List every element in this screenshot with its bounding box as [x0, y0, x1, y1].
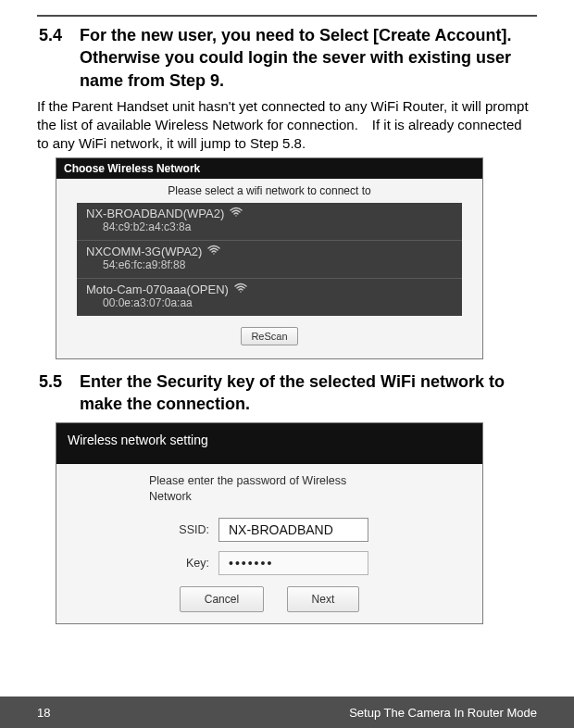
choose-wireless-network-screenshot: Choose Wireless Network Please select a … — [56, 157, 483, 359]
wifi-ssid: NXCOMM-3G(WPA2) — [86, 245, 202, 259]
top-rule — [37, 15, 537, 17]
section-5-5-title: Enter the Security key of the selected W… — [80, 370, 537, 416]
ssid-row: SSID: NX-BROADBAND — [56, 518, 482, 542]
section-5-4-title: For the new user, you need to Select [Cr… — [80, 24, 537, 92]
wifi-ssid: NX-BROADBAND(WPA2) — [86, 207, 224, 221]
section-5-4-number: 5.4 — [37, 24, 80, 46]
cancel-button[interactable]: Cancel — [180, 586, 264, 612]
section-5-5-heading: 5.5 Enter the Security key of the select… — [37, 370, 537, 416]
ssid-label: SSID: — [163, 523, 209, 536]
wifi-network-list: NX-BROADBAND(WPA2) 84:c9:b2:a4:c3:8a NXC… — [77, 203, 462, 316]
page-number: 18 — [37, 706, 50, 720]
wifi-network-item[interactable]: Moto-Cam-070aaa(OPEN) 00:0e:a3:07:0a:aa — [77, 279, 462, 316]
wireless-network-setting-message: Please enter the password of Wireless Ne… — [149, 473, 390, 505]
wifi-network-item[interactable]: NX-BROADBAND(WPA2) 84:c9:b2:a4:c3:8a — [77, 203, 462, 241]
rescan-button[interactable]: ReScan — [241, 327, 297, 345]
wifi-mac: 54:e6:fc:a9:8f:88 — [86, 258, 453, 271]
next-button[interactable]: Next — [287, 586, 360, 612]
section-5-5-number: 5.5 — [37, 370, 80, 393]
key-row: Key: ••••••• — [56, 551, 482, 575]
section-5-4-paragraph: If the Parent Handset unit hasn't yet co… — [37, 97, 537, 154]
wifi-mac: 00:0e:a3:07:0a:aa — [86, 296, 453, 309]
section-5-4-heading: 5.4 For the new user, you need to Select… — [37, 24, 537, 92]
wifi-signal-icon — [230, 207, 243, 220]
footer-section-title: Setup The Camera In Router Mode — [349, 706, 537, 720]
wireless-network-setting-screenshot: Wireless network setting Please enter th… — [56, 422, 483, 624]
key-label: Key: — [163, 557, 209, 570]
ssid-field[interactable]: NX-BROADBAND — [218, 518, 368, 542]
key-field[interactable]: ••••••• — [218, 551, 368, 575]
wireless-network-setting-title: Wireless network setting — [56, 423, 482, 464]
wifi-mac: 84:c9:b2:a4:c3:8a — [86, 220, 453, 233]
wifi-network-item[interactable]: NXCOMM-3G(WPA2) 54:e6:fc:a9:8f:88 — [77, 241, 462, 279]
wifi-signal-icon — [234, 282, 247, 296]
wifi-signal-icon — [207, 245, 220, 258]
choose-wireless-network-title: Choose Wireless Network — [56, 158, 482, 179]
page-footer: 18 Setup The Camera In Router Mode — [0, 697, 574, 728]
wifi-ssid: Moto-Cam-070aaa(OPEN) — [86, 282, 229, 297]
choose-wireless-network-subtitle: Please select a wifi network to connect … — [56, 179, 482, 203]
